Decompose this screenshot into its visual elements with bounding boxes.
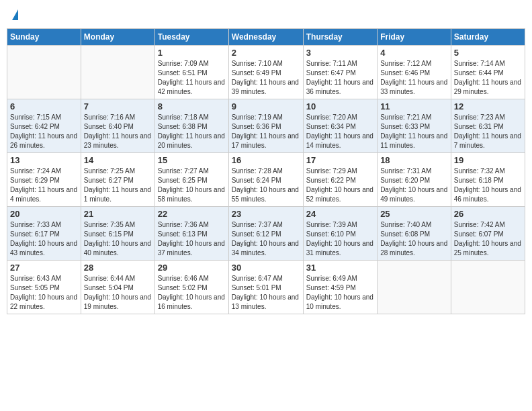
day-number: 30 (232, 263, 300, 273)
calendar-cell: 21Sunrise: 7:35 AM Sunset: 6:15 PM Dayli… (81, 207, 154, 261)
day-number: 31 (306, 263, 374, 273)
day-info: Sunrise: 7:24 AM Sunset: 6:29 PM Dayligh… (10, 167, 78, 204)
calendar-cell: 28Sunrise: 6:44 AM Sunset: 5:04 PM Dayli… (81, 261, 154, 314)
day-number: 25 (380, 209, 448, 219)
day-info: Sunrise: 7:28 AM Sunset: 6:24 PM Dayligh… (232, 167, 300, 204)
day-info: Sunrise: 7:27 AM Sunset: 6:25 PM Dayligh… (158, 167, 226, 204)
day-info: Sunrise: 7:25 AM Sunset: 6:27 PM Dayligh… (84, 167, 152, 204)
day-number: 1 (158, 48, 226, 58)
calendar-cell (451, 261, 525, 314)
calendar-cell: 12Sunrise: 7:23 AM Sunset: 6:31 PM Dayli… (451, 99, 525, 153)
calendar-cell: 9Sunrise: 7:19 AM Sunset: 6:36 PM Daylig… (228, 99, 303, 153)
calendar-cell: 4Sunrise: 7:12 AM Sunset: 6:46 PM Daylig… (378, 46, 451, 99)
calendar-cell: 2Sunrise: 7:10 AM Sunset: 6:49 PM Daylig… (228, 46, 303, 99)
calendar-cell: 14Sunrise: 7:25 AM Sunset: 6:27 PM Dayli… (81, 153, 154, 207)
day-info: Sunrise: 7:09 AM Sunset: 6:51 PM Dayligh… (158, 59, 226, 97)
day-info: Sunrise: 7:42 AM Sunset: 6:07 PM Dayligh… (454, 220, 522, 258)
calendar-cell: 25Sunrise: 7:40 AM Sunset: 6:08 PM Dayli… (378, 207, 451, 261)
day-number: 12 (454, 101, 522, 111)
day-number: 8 (158, 101, 226, 111)
calendar-cell: 16Sunrise: 7:28 AM Sunset: 6:24 PM Dayli… (228, 153, 303, 207)
day-info: Sunrise: 6:43 AM Sunset: 5:05 PM Dayligh… (10, 274, 78, 312)
calendar-cell: 13Sunrise: 7:24 AM Sunset: 6:29 PM Dayli… (7, 153, 81, 207)
calendar-cell: 3Sunrise: 7:11 AM Sunset: 6:47 PM Daylig… (303, 46, 377, 99)
day-info: Sunrise: 6:47 AM Sunset: 5:01 PM Dayligh… (232, 274, 300, 312)
day-number: 11 (380, 101, 448, 111)
calendar-cell: 20Sunrise: 7:33 AM Sunset: 6:17 PM Dayli… (7, 207, 81, 261)
calendar-week-4: 20Sunrise: 7:33 AM Sunset: 6:17 PM Dayli… (7, 207, 525, 261)
day-number: 13 (10, 155, 78, 165)
day-number: 22 (158, 209, 226, 219)
day-number: 5 (454, 48, 522, 58)
day-info: Sunrise: 6:44 AM Sunset: 5:04 PM Dayligh… (84, 274, 152, 312)
day-number: 14 (84, 155, 152, 165)
weekday-header-wednesday: Wednesday (228, 29, 303, 46)
calendar-week-5: 27Sunrise: 6:43 AM Sunset: 5:05 PM Dayli… (7, 261, 525, 314)
day-info: Sunrise: 7:39 AM Sunset: 6:10 PM Dayligh… (306, 220, 374, 258)
day-number: 6 (10, 101, 78, 111)
weekday-header-monday: Monday (81, 29, 154, 46)
day-number: 17 (306, 155, 374, 165)
day-info: Sunrise: 7:19 AM Sunset: 6:36 PM Dayligh… (232, 113, 300, 150)
calendar-cell: 10Sunrise: 7:20 AM Sunset: 6:34 PM Dayli… (303, 99, 377, 153)
calendar-cell: 7Sunrise: 7:16 AM Sunset: 6:40 PM Daylig… (81, 99, 154, 153)
calendar-cell: 1Sunrise: 7:09 AM Sunset: 6:51 PM Daylig… (154, 46, 228, 99)
day-info: Sunrise: 7:32 AM Sunset: 6:18 PM Dayligh… (454, 167, 522, 204)
day-number: 9 (232, 101, 300, 111)
calendar-cell: 23Sunrise: 7:37 AM Sunset: 6:12 PM Dayli… (228, 207, 303, 261)
day-info: Sunrise: 7:23 AM Sunset: 6:31 PM Dayligh… (454, 113, 522, 150)
calendar-cell: 29Sunrise: 6:46 AM Sunset: 5:02 PM Dayli… (154, 261, 228, 314)
calendar-cell: 31Sunrise: 6:49 AM Sunset: 4:59 PM Dayli… (303, 261, 377, 314)
calendar-table: SundayMondayTuesdayWednesdayThursdayFrid… (7, 28, 525, 314)
calendar-cell: 17Sunrise: 7:29 AM Sunset: 6:22 PM Dayli… (303, 153, 377, 207)
day-number: 16 (232, 155, 300, 165)
day-info: Sunrise: 7:10 AM Sunset: 6:49 PM Dayligh… (232, 59, 300, 97)
calendar-cell: 18Sunrise: 7:31 AM Sunset: 6:20 PM Dayli… (378, 153, 451, 207)
day-number: 18 (380, 155, 448, 165)
day-info: Sunrise: 7:37 AM Sunset: 6:12 PM Dayligh… (232, 220, 300, 258)
day-info: Sunrise: 7:29 AM Sunset: 6:22 PM Dayligh… (306, 167, 374, 204)
calendar-cell: 5Sunrise: 7:14 AM Sunset: 6:44 PM Daylig… (451, 46, 525, 99)
day-number: 21 (84, 209, 152, 219)
day-number: 7 (84, 101, 152, 111)
day-number: 10 (306, 101, 374, 111)
day-info: Sunrise: 7:18 AM Sunset: 6:38 PM Dayligh… (158, 113, 226, 150)
day-info: Sunrise: 7:33 AM Sunset: 6:17 PM Dayligh… (10, 220, 78, 258)
day-info: Sunrise: 6:49 AM Sunset: 4:59 PM Dayligh… (306, 274, 374, 312)
weekday-header-row: SundayMondayTuesdayWednesdayThursdayFrid… (7, 29, 525, 46)
calendar-week-2: 6Sunrise: 7:15 AM Sunset: 6:42 PM Daylig… (7, 99, 525, 153)
calendar-cell: 30Sunrise: 6:47 AM Sunset: 5:01 PM Dayli… (228, 261, 303, 314)
day-number: 23 (232, 209, 300, 219)
calendar-cell: 15Sunrise: 7:27 AM Sunset: 6:25 PM Dayli… (154, 153, 228, 207)
day-number: 27 (10, 263, 78, 273)
day-number: 3 (306, 48, 374, 58)
calendar-cell (7, 46, 81, 99)
weekday-header-saturday: Saturday (451, 29, 525, 46)
day-info: Sunrise: 7:40 AM Sunset: 6:08 PM Dayligh… (380, 220, 448, 258)
calendar-cell: 27Sunrise: 6:43 AM Sunset: 5:05 PM Dayli… (7, 261, 81, 314)
logo-triangle-icon (12, 9, 18, 20)
day-info: Sunrise: 7:31 AM Sunset: 6:20 PM Dayligh… (380, 167, 448, 204)
calendar-cell: 19Sunrise: 7:32 AM Sunset: 6:18 PM Dayli… (451, 153, 525, 207)
calendar-cell: 22Sunrise: 7:36 AM Sunset: 6:13 PM Dayli… (154, 207, 228, 261)
day-number: 19 (454, 155, 522, 165)
day-info: Sunrise: 7:35 AM Sunset: 6:15 PM Dayligh… (84, 220, 152, 258)
day-info: Sunrise: 7:16 AM Sunset: 6:40 PM Dayligh… (84, 113, 152, 150)
calendar-cell: 6Sunrise: 7:15 AM Sunset: 6:42 PM Daylig… (7, 99, 81, 153)
day-info: Sunrise: 7:15 AM Sunset: 6:42 PM Dayligh… (10, 113, 78, 150)
calendar-cell (378, 261, 451, 314)
day-info: Sunrise: 7:11 AM Sunset: 6:47 PM Dayligh… (306, 59, 374, 97)
day-info: Sunrise: 7:12 AM Sunset: 6:46 PM Dayligh… (380, 59, 448, 97)
calendar-cell: 11Sunrise: 7:21 AM Sunset: 6:33 PM Dayli… (378, 99, 451, 153)
weekday-header-friday: Friday (378, 29, 451, 46)
calendar-cell: 8Sunrise: 7:18 AM Sunset: 6:38 PM Daylig… (154, 99, 228, 153)
day-number: 20 (10, 209, 78, 219)
calendar-cell: 24Sunrise: 7:39 AM Sunset: 6:10 PM Dayli… (303, 207, 377, 261)
weekday-header-tuesday: Tuesday (154, 29, 228, 46)
calendar-week-1: 1Sunrise: 7:09 AM Sunset: 6:51 PM Daylig… (7, 46, 525, 99)
day-number: 29 (158, 263, 226, 273)
day-info: Sunrise: 7:36 AM Sunset: 6:13 PM Dayligh… (158, 220, 226, 258)
day-info: Sunrise: 7:20 AM Sunset: 6:34 PM Dayligh… (306, 113, 374, 150)
day-number: 2 (232, 48, 300, 58)
weekday-header-sunday: Sunday (7, 29, 81, 46)
